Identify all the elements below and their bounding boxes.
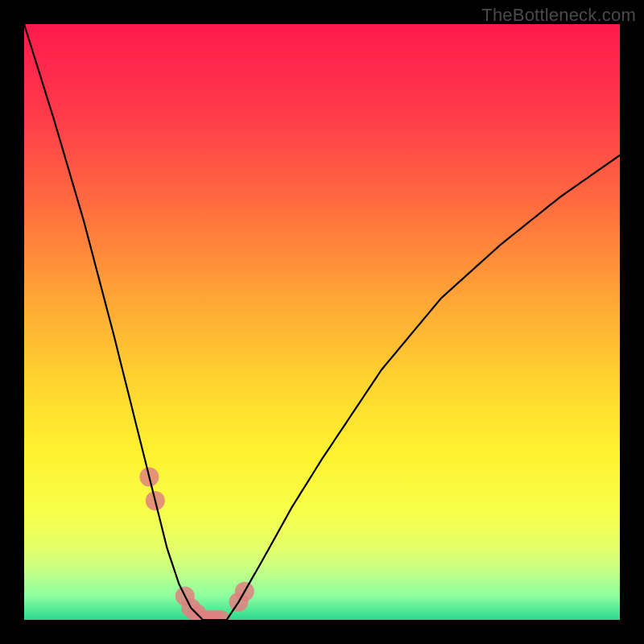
watermark-text: TheBottleneck.com [481,5,636,26]
chart-frame: TheBottleneck.com [0,0,644,644]
plot-area [24,24,620,620]
marker-group [139,467,254,620]
bottleneck-curve [24,24,620,620]
curve-layer [24,24,620,620]
